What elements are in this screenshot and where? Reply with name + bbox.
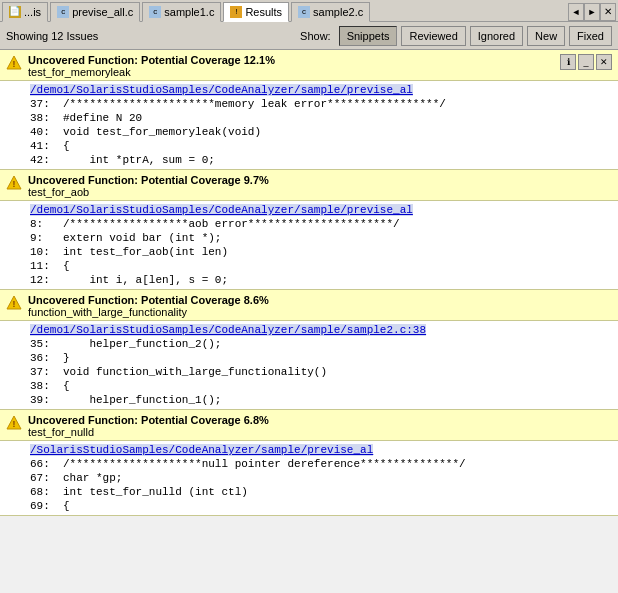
tab-bar: 📄 ...is c previse_all.c c sample1.c ! Re…: [0, 0, 618, 22]
issue-1-minimize-button[interactable]: _: [578, 54, 594, 70]
issue-3-line-4: 38: {: [30, 379, 612, 393]
fixed-button[interactable]: Fixed: [569, 26, 612, 46]
issues-count-label: Showing 12 Issues: [6, 30, 296, 42]
issue-4-line-4: 69: {: [30, 499, 612, 513]
issue-1: ! Uncovered Function: Potential Coverage…: [0, 50, 618, 170]
tab-results[interactable]: ! Results: [223, 2, 289, 22]
issue-1-subtitle: test_for_memoryleak: [28, 66, 554, 78]
issue-4-subtitle: test_for_nulld: [28, 426, 612, 438]
issue-1-line-3: 40: void test_for_memoryleak(void): [30, 125, 612, 139]
tab-label-sample1: sample1.c: [164, 6, 214, 18]
issue-1-title: Uncovered Function: Potential Coverage 1…: [28, 54, 554, 66]
issue-1-close-button[interactable]: ✕: [596, 54, 612, 70]
issue-1-file-path: /demo1/SolarisStudioSamples/CodeAnalyzer…: [30, 84, 413, 96]
issue-3-line-1: 35: helper_function_2();: [30, 337, 612, 351]
tab-icon-sample2: c: [298, 6, 310, 18]
toolbar: Showing 12 Issues Show: Snippets Reviewe…: [0, 22, 618, 50]
tab-nav-buttons: ◄ ► ✕: [568, 3, 616, 21]
issue-2-title: Uncovered Function: Potential Coverage 9…: [28, 174, 612, 186]
new-button[interactable]: New: [527, 26, 565, 46]
svg-text:!: !: [11, 300, 16, 310]
issue-4-line-3: 68: int test_for_nulld (int ctl): [30, 485, 612, 499]
tab-previse[interactable]: c previse_all.c: [50, 2, 140, 22]
issue-3: ! Uncovered Function: Potential Coverage…: [0, 290, 618, 410]
svg-text:!: !: [11, 180, 16, 190]
issue-1-line-2: 38: #define N 20: [30, 111, 612, 125]
warning-icon-2: !: [6, 175, 22, 191]
snippets-button[interactable]: Snippets: [339, 26, 398, 46]
issue-4-header: ! Uncovered Function: Potential Coverage…: [0, 410, 618, 440]
issue-3-line-3: 37: void function_with_large_functionali…: [30, 365, 612, 379]
issue-3-file-path: /demo1/SolarisStudioSamples/CodeAnalyzer…: [30, 324, 426, 336]
issue-3-file-link[interactable]: /demo1/SolarisStudioSamples/CodeAnalyzer…: [30, 323, 612, 337]
tab-is[interactable]: 📄 ...is: [2, 2, 48, 22]
warning-icon-4: !: [6, 415, 22, 431]
tab-icon-results: !: [230, 6, 242, 18]
tab-icon-is: 📄: [9, 6, 21, 18]
issue-2-line-1: 8: /******************aob error*********…: [30, 217, 612, 231]
show-label: Show:: [300, 30, 331, 42]
issue-2-title-area: Uncovered Function: Potential Coverage 9…: [28, 174, 612, 198]
issue-2-line-4: 11: {: [30, 259, 612, 273]
tab-label-previse: previse_all.c: [72, 6, 133, 18]
svg-text:!: !: [11, 60, 16, 70]
tab-sample1[interactable]: c sample1.c: [142, 2, 221, 22]
tab-scroll-right[interactable]: ►: [584, 3, 600, 21]
issue-1-line-4: 41: {: [30, 139, 612, 153]
tab-icon-previse: c: [57, 6, 69, 18]
tab-scroll-left[interactable]: ◄: [568, 3, 584, 21]
issue-2: ! Uncovered Function: Potential Coverage…: [0, 170, 618, 290]
reviewed-button[interactable]: Reviewed: [401, 26, 465, 46]
issue-1-actions: ℹ _ ✕: [560, 54, 612, 70]
issue-4-line-2: 67: char *gp;: [30, 471, 612, 485]
tab-label-sample2: sample2.c: [313, 6, 363, 18]
issue-1-info-button[interactable]: ℹ: [560, 54, 576, 70]
issues-list: ! Uncovered Function: Potential Coverage…: [0, 50, 618, 593]
issue-1-title-area: Uncovered Function: Potential Coverage 1…: [28, 54, 554, 78]
issue-3-line-5: 39: helper_function_1();: [30, 393, 612, 407]
issue-2-line-2: 9: extern void bar (int *);: [30, 231, 612, 245]
issue-1-file-link[interactable]: /demo1/SolarisStudioSamples/CodeAnalyzer…: [30, 83, 612, 97]
tab-label-results: Results: [245, 6, 282, 18]
issue-3-code: /demo1/SolarisStudioSamples/CodeAnalyzer…: [0, 320, 618, 409]
issue-2-file-path: /demo1/SolarisStudioSamples/CodeAnalyzer…: [30, 204, 413, 216]
issue-1-line-1: 37: /**********************memory leak e…: [30, 97, 612, 111]
warning-icon-1: !: [6, 55, 22, 71]
issue-2-subtitle: test_for_aob: [28, 186, 612, 198]
issue-3-title-area: Uncovered Function: Potential Coverage 8…: [28, 294, 612, 318]
issue-3-title: Uncovered Function: Potential Coverage 8…: [28, 294, 612, 306]
issue-4-code: /SolarisStudioSamples/CodeAnalyzer/sampl…: [0, 440, 618, 515]
issue-3-subtitle: function_with_large_functionality: [28, 306, 612, 318]
warning-icon-3: !: [6, 295, 22, 311]
issue-3-line-2: 36: }: [30, 351, 612, 365]
tab-icon-sample1: c: [149, 6, 161, 18]
issue-1-header: ! Uncovered Function: Potential Coverage…: [0, 50, 618, 80]
issue-2-file-link[interactable]: /demo1/SolarisStudioSamples/CodeAnalyzer…: [30, 203, 612, 217]
issue-4-title: Uncovered Function: Potential Coverage 6…: [28, 414, 612, 426]
issue-1-line-5: 42: int *ptrA, sum = 0;: [30, 153, 612, 167]
issue-2-header: ! Uncovered Function: Potential Coverage…: [0, 170, 618, 200]
issue-2-line-3: 10: int test_for_aob(int len): [30, 245, 612, 259]
issue-1-code: /demo1/SolarisStudioSamples/CodeAnalyzer…: [0, 80, 618, 169]
issue-4-file-link[interactable]: /SolarisStudioSamples/CodeAnalyzer/sampl…: [30, 443, 612, 457]
issue-3-header: ! Uncovered Function: Potential Coverage…: [0, 290, 618, 320]
tab-close[interactable]: ✕: [600, 3, 616, 21]
tab-sample2[interactable]: c sample2.c: [291, 2, 370, 22]
issue-2-code: /demo1/SolarisStudioSamples/CodeAnalyzer…: [0, 200, 618, 289]
issue-4-line-1: 66: /********************null pointer de…: [30, 457, 612, 471]
issue-4-file-path: /SolarisStudioSamples/CodeAnalyzer/sampl…: [30, 444, 373, 456]
issue-4-title-area: Uncovered Function: Potential Coverage 6…: [28, 414, 612, 438]
issue-2-line-5: 12: int i, a[len], s = 0;: [30, 273, 612, 287]
issue-4: ! Uncovered Function: Potential Coverage…: [0, 410, 618, 516]
svg-text:!: !: [11, 420, 16, 430]
ignored-button[interactable]: Ignored: [470, 26, 523, 46]
tab-label-is: ...is: [24, 6, 41, 18]
